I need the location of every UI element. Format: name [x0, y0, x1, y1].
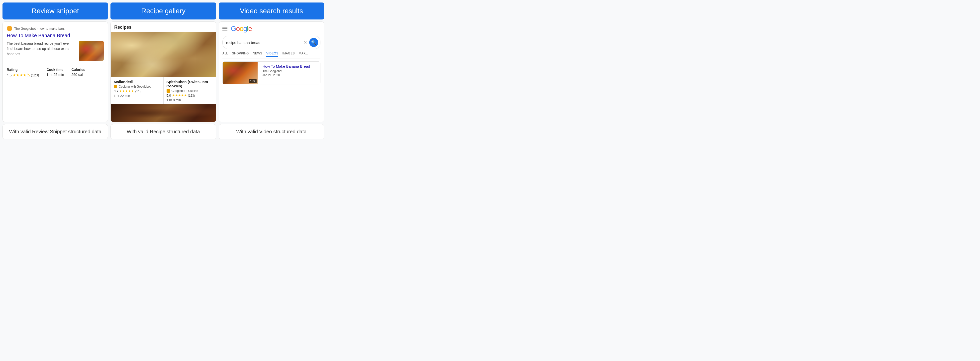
review-header: Review snippet	[3, 3, 108, 19]
review-site-text: The Googlebot › how-to-make-ban...	[14, 27, 67, 30]
review-image-inner	[79, 41, 104, 61]
video-content-card: Google recipe banana bread ✕ 🔍 ALL SHOPP…	[219, 21, 324, 122]
review-image	[79, 41, 104, 61]
recipe-header-text: Recipe gallery	[141, 7, 185, 15]
hamburger-line-3	[223, 30, 228, 30]
recipe-count-1: (11)	[135, 89, 140, 93]
hamburger-icon[interactable]	[223, 27, 228, 30]
rating-stars: ★★★★½	[13, 73, 30, 77]
review-body-container: The Googlebot › how-to-make-ban... How T…	[3, 22, 108, 81]
review-stats: Rating 4.5 ★★★★½ (123) Cook time 1 hr 25…	[7, 65, 104, 77]
recipe-rating-2: 5.0	[167, 94, 171, 97]
stat-rating: Rating 4.5 ★★★★½ (123)	[7, 68, 39, 77]
recipe-source-line-1: Cooking with Googlebot	[114, 85, 160, 88]
search-clear-icon[interactable]: ✕	[304, 40, 307, 45]
recipe-time-1: 1 hr 22 min	[114, 94, 160, 97]
cooktime-value: 1 hr 25 min	[47, 73, 64, 77]
google-header: Google	[223, 25, 320, 33]
video-body-container: Google recipe banana bread ✕ 🔍 ALL SHOPP…	[219, 22, 324, 87]
recipe-rating-1: 3.9	[114, 89, 118, 93]
video-panel: Video search results Google recipe banan…	[219, 3, 324, 139]
video-channel: The Googlebot	[262, 69, 310, 73]
recipe-card-2: Spitzbuben (Swiss Jam Cookies) Googlebot…	[164, 77, 216, 104]
rating-line: 4.5 ★★★★½ (123)	[7, 73, 39, 77]
rating-label: Rating	[7, 68, 39, 72]
tab-shopping[interactable]: SHOPPING	[232, 52, 249, 57]
rating-count: (123)	[31, 73, 39, 77]
recipe-bottom-image	[111, 104, 216, 122]
search-tabs: ALL SHOPPING NEWS VIDEOS IMAGES MAP...	[223, 52, 320, 58]
hamburger-line-1	[223, 27, 228, 27]
recipe-rating-line-2: 5.0 ★★★★★ (123)	[167, 94, 213, 97]
recipe-footer: With valid Recipe structured data	[110, 124, 216, 139]
video-footer: With valid Video structured data	[219, 124, 324, 139]
recipe-rating-line-1: 3.9 ★★★★★ (11)	[114, 89, 160, 93]
stat-calories: Calories 260 cal	[72, 68, 85, 77]
recipe-stars-1: ★★★★★	[119, 89, 134, 93]
main-container: Review snippet The Googlebot › how-to-ma…	[3, 3, 324, 139]
video-duration: 1:02	[249, 79, 256, 83]
tab-maps[interactable]: MAP...	[299, 52, 308, 57]
g-letter-o1: o	[236, 25, 240, 32]
video-result[interactable]: 1:02 How To Make Banana Bread The Google…	[223, 61, 320, 85]
g-letter-e: e	[248, 25, 252, 32]
video-date: Jan 21, 2020	[262, 73, 310, 77]
review-footer-text: With valid Review Snippet structured dat…	[9, 129, 102, 134]
review-description: The best banana bread recipe you'll ever…	[7, 41, 76, 61]
tab-videos[interactable]: VIDEOS	[266, 52, 278, 57]
video-thumbnail: 1:02	[223, 62, 258, 84]
recipes-section-label: Recipes	[111, 22, 216, 32]
recipe-hero-image	[111, 32, 216, 77]
recipe-card-1: Mailänderli Cooking with Googlebot 3.9 ★…	[111, 77, 163, 104]
g-letter-g: g	[243, 25, 247, 32]
search-icon: 🔍	[311, 40, 316, 45]
g-letter-o2: o	[240, 25, 243, 32]
recipe-body-container: Recipes Mailänderli Cooking with Googleb…	[111, 22, 216, 122]
recipe-source-icon-2	[167, 89, 170, 93]
recipe-stars-2: ★★★★★	[172, 94, 187, 97]
review-content-card: The Googlebot › how-to-make-ban... How T…	[3, 21, 108, 122]
review-header-text: Review snippet	[32, 7, 79, 15]
recipe-content-card: Recipes Mailänderli Cooking with Googleb…	[110, 21, 216, 122]
tab-all[interactable]: ALL	[223, 52, 228, 57]
recipe-source-icon-1	[114, 85, 117, 88]
recipe-panel: Recipe gallery Recipes Mailänderli Cooki…	[110, 3, 216, 139]
recipe-source-line-2: Googlebot's Cuisine	[167, 89, 213, 93]
stat-cooktime: Cook time 1 hr 25 min	[47, 68, 64, 77]
recipe-time-2: 1 hr 8 min	[167, 98, 213, 102]
cooktime-label: Cook time	[47, 68, 64, 72]
review-site-line: The Googlebot › how-to-make-ban...	[7, 26, 104, 31]
recipe-footer-text: With valid Recipe structured data	[127, 129, 200, 134]
search-bar[interactable]: recipe banana bread ✕ 🔍	[223, 36, 320, 49]
review-title[interactable]: How To Make Banana Bread	[7, 33, 104, 38]
search-button[interactable]: 🔍	[309, 38, 318, 47]
recipe-header: Recipe gallery	[110, 3, 216, 19]
calories-label: Calories	[72, 68, 85, 72]
video-footer-text: With valid Video structured data	[236, 129, 307, 134]
rating-num: 4.5	[7, 73, 11, 77]
recipe-card-2-name: Spitzbuben (Swiss Jam Cookies)	[167, 80, 213, 88]
recipe-count-2: (123)	[188, 94, 195, 97]
tab-news[interactable]: NEWS	[253, 52, 262, 57]
video-header: Video search results	[219, 3, 324, 19]
video-info: How To Make Banana Bread The Googlebot J…	[261, 62, 312, 84]
hamburger-line-2	[223, 29, 228, 29]
g-letter-G: G	[231, 25, 236, 32]
recipe-source-name-1: Cooking with Googlebot	[119, 85, 150, 88]
google-logo: Google	[231, 25, 252, 33]
recipe-source-name-2: Googlebot's Cuisine	[172, 89, 198, 93]
tab-images[interactable]: IMAGES	[282, 52, 295, 57]
review-body: The best banana bread recipe you'll ever…	[7, 41, 104, 61]
review-favicon	[7, 26, 12, 31]
calories-value: 260 cal	[72, 73, 85, 77]
search-input[interactable]: recipe banana bread	[226, 40, 301, 45]
recipe-cards: Mailänderli Cooking with Googlebot 3.9 ★…	[111, 77, 216, 104]
video-header-text: Video search results	[240, 7, 303, 15]
video-title[interactable]: How To Make Banana Bread	[262, 64, 310, 69]
review-footer: With valid Review Snippet structured dat…	[3, 124, 108, 139]
recipe-card-1-name: Mailänderli	[114, 80, 160, 84]
review-panel: Review snippet The Googlebot › how-to-ma…	[3, 3, 108, 139]
